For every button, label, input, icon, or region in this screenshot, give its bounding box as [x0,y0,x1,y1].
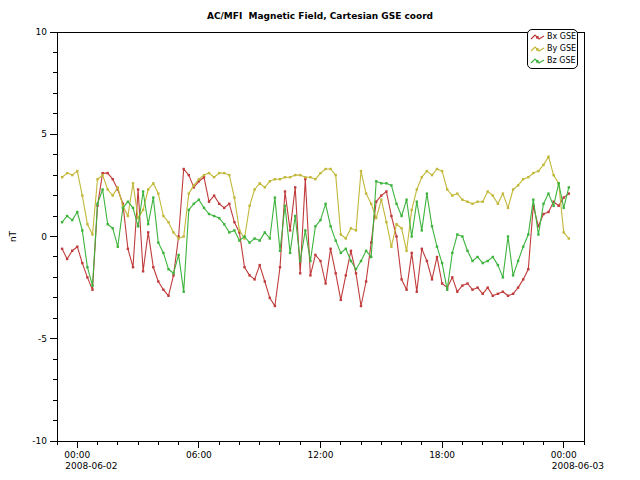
series-marker-by [76,170,78,172]
series-marker-bx [289,229,291,231]
series-marker-bx [426,260,428,262]
series-marker-bz [117,246,119,248]
series-marker-bz [370,256,372,258]
series-marker-by [284,176,286,178]
series-marker-bx [421,248,423,250]
series-marker-bz [558,182,560,184]
series-marker-by [507,207,509,209]
series-marker-by [157,192,159,194]
series-marker-by [340,233,342,235]
series-marker-bx [66,258,68,260]
series-marker-bz [471,260,473,262]
series-marker-bz [547,192,549,194]
series-marker-bz [198,199,200,201]
series-marker-by [527,176,529,178]
series-marker-bz [167,268,169,270]
series-marker-bx [132,266,134,268]
series-marker-bz [208,213,210,215]
series-marker-by [319,172,321,174]
series-marker-by [147,188,149,190]
series-marker-bx [431,278,433,280]
series-marker-bz [568,186,570,188]
series-marker-bz [269,237,271,239]
series-marker-bx [345,274,347,276]
series-marker-by [451,194,453,196]
series-marker-by [482,201,484,203]
series-marker-bz [314,225,316,227]
series-marker-bz [416,201,418,203]
series-marker-by [66,172,68,174]
series-marker-bx [223,207,225,209]
series-marker-bx [299,272,301,274]
series-marker-by [208,172,210,174]
series-marker-bx [466,282,468,284]
series-marker-bx [86,276,88,278]
y-tick-label: -5 [38,334,47,344]
series-marker-bz [101,188,103,190]
series-marker-by [487,190,489,192]
series-marker-bx [294,186,296,188]
series-marker-bx [400,278,402,280]
series-marker-bz [264,231,266,233]
series-marker-bz [390,184,392,186]
series-marker-bz [492,256,494,258]
series-marker-bx [213,194,215,196]
series-marker-by [385,221,387,223]
series-marker-bz [157,241,159,243]
series-marker-bz [552,205,554,207]
series-marker-by [238,229,240,231]
series-marker-bz [527,233,529,235]
series-marker-bz [299,260,301,262]
series-marker-bx [314,254,316,256]
series-marker-bz [66,215,68,217]
series-marker-bx [324,282,326,284]
series-marker-bx [81,262,83,264]
series-marker-by [370,203,372,205]
series-marker-bz [340,252,342,254]
series-marker-by [552,174,554,176]
series-marker-bz [385,182,387,184]
series-marker-bx [112,178,114,180]
series-marker-bz [172,272,174,274]
series-marker-bz [162,252,164,254]
legend-line-sample-icon [530,45,545,54]
series-marker-bz [213,215,215,217]
series-marker-bx [167,295,169,297]
series-marker-bz [380,182,382,184]
series-marker-by [86,223,88,225]
series-marker-by [522,178,524,180]
series-marker-by [279,178,281,180]
series-marker-by [492,194,494,196]
series-marker-bz [81,229,83,231]
series-marker-bz [253,237,255,239]
series-marker-bx [284,190,286,192]
series-marker-bz [223,223,225,225]
x-tick-label: 06:00 [186,450,212,460]
series-marker-bz [86,266,88,268]
series-marker-bx [482,293,484,295]
series-marker-bx [497,293,499,295]
series-marker-bz [183,291,185,293]
series-marker-bz [497,264,499,266]
series-marker-by [431,174,433,176]
series-marker-bx [436,256,438,258]
series-marker-by [253,188,255,190]
legend-item-bx: Bx GSE [528,31,577,43]
series-marker-bx [395,235,397,237]
series-marker-by [512,188,514,190]
series-marker-bz [532,199,534,201]
series-marker-bz [71,219,73,221]
series-marker-bx [471,289,473,291]
series-marker-bx [248,274,250,276]
series-marker-bx [172,274,174,276]
series-marker-by [112,194,114,196]
series-marker-bz [76,211,78,213]
series-marker-bx [507,295,509,297]
series-line-by [62,157,569,251]
series-marker-bx [264,280,266,282]
series-marker-bx [228,203,230,205]
series-marker-by [532,172,534,174]
series-marker-by [497,203,499,205]
series-marker-by [198,178,200,180]
series-marker-bz [127,201,129,203]
